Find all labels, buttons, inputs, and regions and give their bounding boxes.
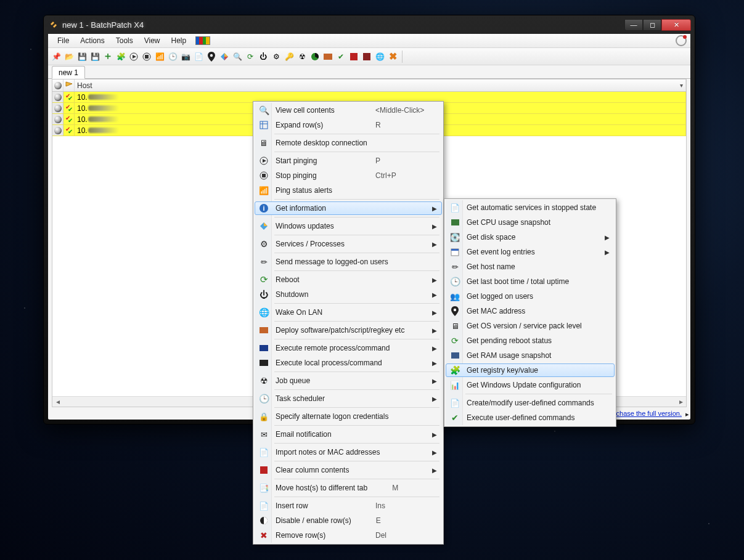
toolbar-open-icon[interactable]: 📂	[63, 51, 75, 62]
toolbar-search-icon[interactable]: 🔍	[232, 51, 243, 62]
toolbar-red1-icon[interactable]	[348, 51, 359, 62]
toolbar-gear-icon[interactable]: ⚙	[271, 51, 282, 62]
toolbar-camera-icon[interactable]: 📷	[180, 51, 191, 62]
menu-item[interactable]: Clear column contents▶	[255, 463, 442, 477]
toolbar-check-icon[interactable]: ✔	[335, 51, 346, 62]
toolbar-radiation-icon[interactable]: ☢	[296, 51, 308, 62]
clock-notify-icon[interactable]	[676, 35, 687, 46]
toolbar-tree-icon[interactable]: 🧩	[115, 51, 126, 62]
row-status-icon	[52, 92, 63, 102]
menu-item-shortcut: M	[392, 484, 441, 492]
menu-item[interactable]: 🧩Get registry key/value	[446, 363, 615, 377]
close-button[interactable]: ✕	[661, 19, 691, 31]
menu-help[interactable]: Help	[166, 35, 192, 46]
menu-item[interactable]: ✔Execute user-defined commands	[446, 410, 615, 425]
submenu-arrow-icon: ▶	[432, 291, 437, 298]
color-grid-icon[interactable]	[195, 36, 210, 45]
menu-item[interactable]: 👥Get logged on users	[446, 289, 615, 304]
menu-item[interactable]: 🕒Task scheduler▶	[255, 391, 442, 406]
titlebar[interactable]: new 1 - BatchPatch X4 — ◻ ✕	[44, 15, 695, 34]
menu-item[interactable]: 📑Move host(s) to different tabM	[255, 481, 442, 495]
toolbar-saveall-icon[interactable]: 💾	[89, 51, 100, 62]
menu-item-label: Reboot	[276, 275, 425, 284]
menu-item[interactable]: Expand row(s)R	[255, 118, 442, 132]
menu-item[interactable]: iGet information▶	[255, 201, 442, 215]
menu-item-label: View cell contents	[276, 106, 351, 115]
svg-rect-10	[260, 121, 268, 129]
menu-actions[interactable]: Actions	[75, 35, 110, 46]
col-status-icon[interactable]	[52, 79, 63, 91]
col-dropdown-icon[interactable]: ▾	[680, 82, 683, 89]
toolbar-save-icon[interactable]: 💾	[76, 51, 88, 62]
toolbar-ping-icon[interactable]: 📶	[154, 51, 165, 62]
toolbar-refresh-icon[interactable]: ⟳	[245, 51, 256, 62]
menu-tools[interactable]: Tools	[110, 35, 139, 46]
menu-item[interactable]: ⟳Get pending reboot status	[446, 333, 615, 348]
scroll-left-icon[interactable]: ◂	[52, 397, 63, 407]
menu-item[interactable]: ⟳Reboot▶	[255, 272, 442, 287]
menu-item[interactable]: 🕒Get last boot time / total uptime	[446, 274, 615, 289]
toolbar-key-icon[interactable]: 🔑	[284, 51, 295, 62]
toolbar-diamond-icon[interactable]	[219, 51, 230, 62]
col-host[interactable]: Host▾	[75, 79, 686, 91]
menu-item[interactable]: Disable / enable row(s)E	[255, 513, 442, 528]
menu-item[interactable]: Deploy software/patch/script/regkey etc▶	[255, 323, 442, 338]
toolbar-clock-icon[interactable]: 🕒	[167, 51, 178, 62]
menu-item[interactable]: 🖥Get OS version / service pack level	[446, 319, 615, 333]
svg-point-4	[210, 54, 213, 56]
context-menu[interactable]: 🔍View cell contents<Middle-Click>Expand …	[253, 101, 444, 545]
submenu-get-information[interactable]: 📄Get automatic services in stopped state…	[444, 198, 616, 427]
menu-item[interactable]: ✏Get host name	[446, 259, 615, 274]
menu-item[interactable]: Get MAC address	[446, 304, 615, 319]
menu-item[interactable]: Windows updates▶	[255, 219, 442, 233]
menu-item[interactable]: Execute local process/command▶	[255, 355, 442, 370]
toolbar-pin-icon[interactable]: 📌	[51, 51, 62, 62]
menu-item[interactable]: Start pingingP	[255, 153, 442, 168]
menu-item[interactable]: ✉Email notification▶	[255, 427, 442, 442]
menu-item[interactable]: ✖Remove row(s)Del	[255, 528, 442, 543]
menu-item[interactable]: ⚙Services / Processes▶	[255, 237, 442, 251]
toolbar-power-icon[interactable]: ⏻	[258, 51, 269, 62]
toolbar-play-icon[interactable]	[128, 51, 139, 62]
toolbar-doc-icon[interactable]: 📄	[193, 51, 204, 62]
menu-item[interactable]: 📄Get automatic services in stopped state	[446, 200, 615, 215]
menu-item[interactable]: 📄Insert rowIns	[255, 498, 442, 513]
menu-item[interactable]: Get event log entries▶	[446, 245, 615, 259]
menu-file[interactable]: File	[52, 35, 75, 46]
menu-view[interactable]: View	[139, 35, 166, 46]
menu-item[interactable]: ✏Send message to logged-on users	[255, 254, 442, 269]
toolbar-x-icon[interactable]: ✖	[387, 51, 398, 62]
menu-item[interactable]: Stop pingingCtrl+P	[255, 168, 442, 183]
menu-item[interactable]: 📄Create/modify user-defined commands	[446, 396, 615, 410]
menu-item-icon	[258, 170, 269, 181]
toolbar-red2-icon[interactable]	[361, 51, 372, 62]
toolbar-stop-icon[interactable]	[141, 51, 152, 62]
menu-item-label: Get RAM usage snapshot	[467, 351, 597, 360]
menu-item[interactable]: ⏻Shutdown▶	[255, 287, 442, 302]
menu-item[interactable]: Get RAM usage snapshot	[446, 348, 615, 363]
menu-item-label: Wake On LAN	[276, 308, 425, 317]
toolbar-marker-icon[interactable]	[206, 51, 217, 62]
menu-item[interactable]: 📄Import notes or MAC addresses▶	[255, 445, 442, 460]
menu-item[interactable]: 📊Get Windows Update configuration	[446, 378, 615, 392]
menu-item[interactable]: 💽Get disk space▶	[446, 230, 615, 245]
menu-item[interactable]: Get CPU usage snapshot	[446, 215, 615, 230]
menu-item[interactable]: Execute remote process/command▶	[255, 341, 442, 355]
menu-item[interactable]: ☢Job queue▶	[255, 373, 442, 388]
menu-item[interactable]: 🌐Wake On LAN▶	[255, 305, 442, 320]
toolbar-pie-icon[interactable]	[309, 51, 321, 62]
toolbar-add-icon[interactable]: ＋	[102, 51, 113, 62]
toolbar-brick-icon[interactable]	[322, 51, 333, 62]
menu-item[interactable]: 🖥Remote desktop connection	[255, 136, 442, 150]
menu-item[interactable]: 📶Ping status alerts	[255, 183, 442, 198]
col-flag-icon[interactable]	[63, 79, 75, 91]
tab-new1[interactable]: new 1	[52, 66, 85, 79]
scroll-right-icon[interactable]: ▸	[676, 397, 686, 407]
toolbar-globe-icon[interactable]: 🌐	[374, 51, 385, 62]
menu-item-label: Create/modify user-defined commands	[467, 399, 597, 407]
submenu-arrow-icon: ▶	[432, 309, 437, 316]
maximize-button[interactable]: ◻	[643, 19, 661, 31]
menu-item[interactable]: 🔒Specify alternate logon credentials	[255, 409, 442, 424]
menu-item[interactable]: 🔍View cell contents<Middle-Click>	[255, 103, 442, 118]
minimize-button[interactable]: —	[624, 19, 643, 31]
